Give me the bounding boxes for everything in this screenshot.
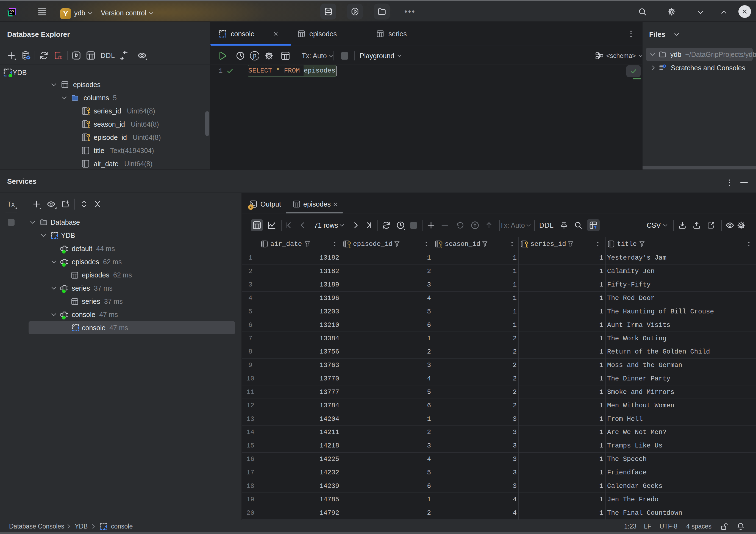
svg-text:DG: DG xyxy=(10,10,14,13)
